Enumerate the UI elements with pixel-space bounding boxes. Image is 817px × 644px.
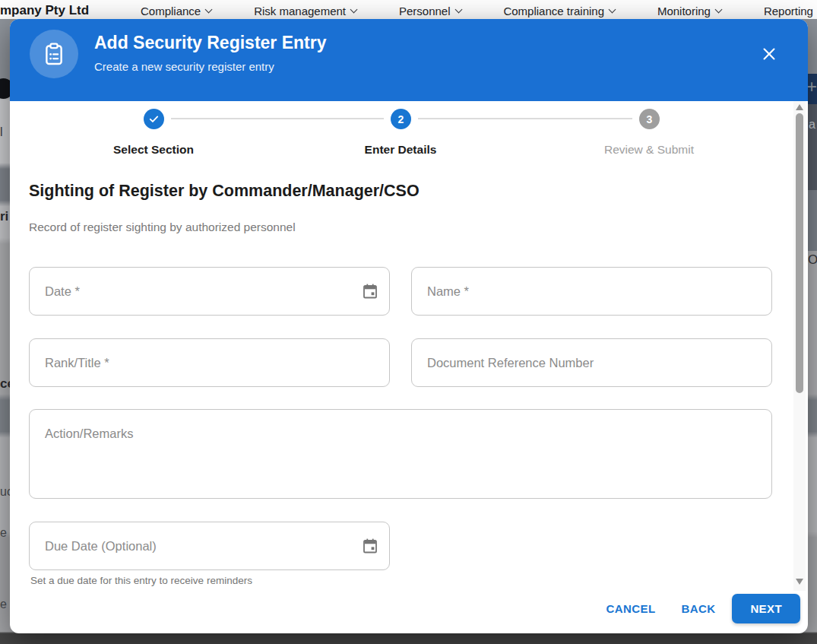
nav-item-reporting[interactable]: Reporting: [764, 5, 813, 17]
screen: mpany Pty Ltd Compliance Risk management…: [0, 0, 817, 644]
nav-item-compliance[interactable]: Compliance: [141, 5, 211, 17]
occluded-text-fragment: ri: [0, 209, 8, 224]
date-input[interactable]: [30, 268, 389, 315]
action-remarks-textarea[interactable]: [30, 410, 771, 498]
occluded-band: [807, 104, 817, 190]
scrollbar-down-arrow[interactable]: [796, 579, 803, 585]
chevron-down-icon: [609, 6, 616, 14]
chevron-down-icon: [205, 6, 213, 14]
due-date-helper-text: Set a due date for this entry to receive…: [30, 575, 252, 586]
step-1-indicator[interactable]: [144, 109, 164, 129]
occluded-band: [807, 190, 817, 251]
nav-item-risk-management[interactable]: Risk management: [254, 5, 356, 17]
name-field: [411, 267, 772, 316]
occluded-text-fragment: a: [809, 118, 815, 132]
due-date-field: [29, 522, 390, 570]
top-nav-bar: mpany Pty Ltd Compliance Risk management…: [0, 0, 817, 19]
scrollbar-up-arrow[interactable]: [796, 104, 803, 110]
step-1-label: Select Section: [70, 143, 237, 157]
rank-title-input[interactable]: [30, 339, 389, 386]
nav-item-compliance-training[interactable]: Compliance training: [503, 5, 615, 17]
document-reference-field: [411, 338, 772, 387]
step-2-indicator[interactable]: 2: [391, 109, 411, 129]
section-description: Record of register sighting by authorize…: [29, 220, 296, 234]
date-picker-button[interactable]: [360, 282, 380, 302]
cancel-button[interactable]: CANCEL: [597, 595, 665, 622]
chevron-down-icon: [454, 6, 462, 14]
dialog-footer: CANCEL BACK NEXT: [597, 594, 800, 623]
back-button[interactable]: BACK: [672, 595, 724, 622]
step-2-label: Enter Details: [317, 143, 484, 157]
chevron-down-icon: [350, 6, 358, 14]
close-icon: [761, 46, 777, 62]
action-remarks-field: [29, 409, 772, 499]
header-icon-circle: [30, 30, 78, 78]
add-security-register-entry-dialog: Add Security Register Entry Create a new…: [10, 19, 808, 633]
occluded-text-fragment: l: [0, 125, 3, 139]
brand-name: mpany Pty Ltd: [0, 3, 89, 18]
date-field: [29, 267, 390, 316]
nav-item-personnel[interactable]: Personnel: [399, 5, 461, 17]
rank-title-field: [29, 338, 390, 387]
calendar-icon: [361, 537, 379, 555]
add-button-fragment[interactable]: +: [806, 76, 817, 97]
occluded-text-fragment: O: [808, 252, 817, 268]
due-date-input[interactable]: [30, 522, 389, 569]
dialog-subtitle: Create a new security register entry: [94, 60, 274, 73]
clipboard-list-icon: [41, 41, 67, 67]
stepper-connector: [171, 118, 384, 119]
dialog-header: Add Security Register Entry Create a new…: [10, 19, 808, 101]
scrollbar-thumb[interactable]: [796, 113, 803, 393]
step-3-label: Review & Submit: [565, 143, 733, 157]
chevron-down-icon: [715, 6, 723, 14]
section-title: Sighting of Register by Commander/Manage…: [29, 182, 420, 201]
nav-menu: Compliance Risk management Personnel Com…: [141, 5, 813, 17]
occluded-text-fragment: e: [0, 526, 7, 540]
next-button[interactable]: NEXT: [732, 594, 800, 623]
calendar-icon: [361, 282, 379, 300]
step-3-indicator[interactable]: 3: [639, 109, 660, 129]
check-icon: [148, 113, 160, 125]
nav-item-monitoring[interactable]: Monitoring: [657, 5, 721, 17]
occluded-text-fragment: e: [0, 598, 7, 611]
stepper-connector: [418, 118, 632, 119]
due-date-picker-button[interactable]: [360, 537, 380, 557]
name-input[interactable]: [412, 268, 771, 315]
close-button[interactable]: [757, 42, 781, 66]
document-reference-input[interactable]: [412, 339, 771, 386]
dialog-title: Add Security Register Entry: [94, 33, 326, 53]
